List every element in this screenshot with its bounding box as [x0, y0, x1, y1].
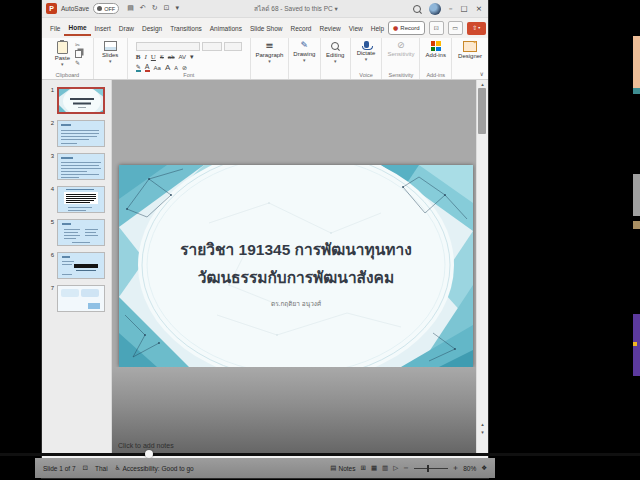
redo-icon[interactable]: ↻ [152, 5, 158, 12]
shrink-font-button[interactable]: A [174, 65, 178, 71]
slide-thumbnail-4[interactable] [57, 186, 105, 213]
character-spacing-button[interactable]: AV [179, 54, 187, 60]
paste-dropdown-icon: ▾ [61, 62, 64, 67]
customize-toolbar-icon[interactable]: ▾ [175, 5, 179, 12]
document-title[interactable]: สไลด์ 68 - Saved to this PC ▾ [183, 4, 409, 14]
background-fragment-tan [633, 221, 640, 229]
copy-icon[interactable] [75, 50, 82, 58]
bold-button[interactable]: B [136, 53, 141, 61]
current-slide-canvas[interactable]: รายวิชา 191345 การพัฒนาทุนทาง วัฒนธรรมกั… [119, 165, 473, 367]
accessibility-status[interactable]: ♿ Accessibility: Good to go [115, 465, 194, 472]
tab-view[interactable]: View [345, 22, 367, 35]
zoom-slider-thumb[interactable] [427, 465, 429, 472]
slide-title-line2[interactable]: วัฒนธรรมกับการพัฒนาสังคม [119, 265, 473, 290]
font-name-box[interactable] [136, 42, 200, 51]
font-size-box[interactable] [202, 42, 222, 51]
tab-draw[interactable]: Draw [115, 22, 138, 35]
fit-to-window-button[interactable]: ❖ [481, 465, 487, 472]
screen-record-icon[interactable]: ⊡ [164, 5, 170, 12]
change-case-button[interactable]: Aa [154, 65, 161, 71]
maximize-button[interactable]: □ [461, 5, 468, 13]
normal-view-button[interactable]: ⊞ [360, 465, 365, 472]
addins-label: Add-ins [426, 52, 446, 58]
editing-button[interactable]: Editing ▾ [324, 40, 346, 65]
paste-button[interactable]: Paste ▾ [53, 40, 72, 68]
slide-thumbnail-2[interactable] [57, 120, 105, 147]
tab-animations[interactable]: Animations [206, 22, 246, 35]
slide-sorter-view-button[interactable]: ▦ [371, 465, 377, 472]
notes-toggle[interactable]: ▤ Notes [330, 465, 355, 472]
zoom-in-button[interactable]: + [453, 465, 458, 472]
collapse-ribbon-icon[interactable]: ∨ [480, 71, 484, 77]
record-button[interactable]: ● Record [388, 21, 425, 35]
dictate-button[interactable]: Dictate ▾ [355, 40, 378, 63]
search-icon[interactable] [413, 5, 421, 13]
slide-thumbnail-1[interactable] [57, 87, 105, 114]
splitter-handle[interactable] [145, 450, 153, 458]
save-icon[interactable]: ▤ [127, 5, 134, 12]
notes-pane[interactable]: Click to add notes [112, 367, 488, 453]
strikethrough-button[interactable]: S [160, 53, 164, 61]
slide-subtitle[interactable]: ดร.กฤติยา อนุวงศ์ [119, 299, 473, 309]
tab-review[interactable]: Review [315, 22, 344, 35]
share-button[interactable]: ⇧ ▾ [467, 22, 486, 35]
autosave-toggle[interactable]: OFF [93, 3, 119, 14]
slide-thumbnail-5[interactable] [57, 219, 105, 246]
font-color-button[interactable]: A [145, 63, 150, 72]
sensitivity-button: ⊘ Sensitivity [385, 40, 416, 58]
zoom-slider[interactable] [414, 468, 448, 469]
notes-splitter[interactable] [0, 453, 640, 456]
scrollbar-thumb[interactable] [478, 88, 486, 134]
close-button[interactable]: × [476, 5, 482, 13]
slide-show-button[interactable]: ▷ [393, 465, 398, 472]
highlight-color-button[interactable]: ✎ [136, 64, 141, 72]
new-slide-icon [104, 41, 117, 51]
tab-transitions[interactable]: Transitions [166, 22, 206, 35]
underline-button[interactable]: U [151, 53, 156, 61]
drawing-button[interactable]: ✎ Drawing ▾ [291, 40, 317, 64]
clear-formatting-icon[interactable]: ⊘ [182, 65, 187, 71]
zoom-level[interactable]: 80% [463, 465, 476, 472]
comments-icon: ▭ [452, 25, 458, 31]
notes-placeholder[interactable]: Click to add notes [118, 442, 174, 449]
slides-button[interactable]: Slides ▾ [100, 40, 120, 65]
font-group: B I U S ab AV ▾ ✎ A Aa A A ⊘ Font [128, 38, 251, 79]
designer-button[interactable]: Designer [456, 40, 484, 60]
tab-record[interactable]: Record [286, 22, 315, 35]
account-avatar[interactable] [429, 3, 441, 15]
paragraph-button[interactable]: ≡ Paragraph ▾ [253, 40, 285, 65]
tab-help[interactable]: Help [367, 22, 388, 35]
font-grow-shrink-box[interactable] [224, 42, 242, 51]
next-slide-button[interactable]: ▾ [477, 430, 488, 435]
slide-editing-area: รายวิชา 191345 การพัฒนาทุนทาง วัฒนธรรมกั… [112, 80, 488, 453]
slide-title-line1[interactable]: รายวิชา 191345 การพัฒนาทุนทาง [119, 237, 473, 262]
slide-thumbnail-3[interactable] [57, 153, 105, 180]
format-painter-icon[interactable]: ✎ [75, 60, 82, 66]
tab-home[interactable]: Home [64, 21, 90, 36]
present-button[interactable]: ⊡ [429, 21, 444, 35]
minimize-button[interactable]: – [449, 5, 453, 13]
background-fragment-peach [633, 36, 640, 88]
tab-file[interactable]: File [46, 22, 64, 35]
text-shadow-button[interactable]: ab [168, 54, 175, 60]
tab-insert[interactable]: Insert [91, 22, 115, 35]
scroll-up-icon[interactable]: ▴ [477, 82, 488, 87]
vertical-scrollbar[interactable]: ▴ ▴ ▾ [476, 80, 488, 453]
undo-icon[interactable]: ↶ [140, 5, 146, 12]
previous-slide-button[interactable]: ▴ [477, 422, 488, 427]
reading-view-button[interactable]: ▥ [382, 465, 388, 472]
addins-group-label: Add-ins [420, 72, 451, 78]
tab-design[interactable]: Design [138, 22, 166, 35]
language-indicator[interactable]: Thai [95, 465, 108, 472]
italic-button[interactable]: I [145, 53, 147, 61]
tab-slide-show[interactable]: Slide Show [246, 22, 287, 35]
slide-thumbnail-7[interactable] [57, 285, 105, 312]
statusbar-right: ▤ Notes ⊞ ▦ ▥ ▷ − + 80% ❖ [330, 465, 487, 472]
addins-button[interactable]: Add-ins [424, 40, 448, 59]
slide-thumbnail-6[interactable] [57, 252, 105, 279]
comments-button[interactable]: ▭ [448, 21, 463, 35]
grow-font-button[interactable]: A [165, 63, 170, 72]
display-settings-icon[interactable]: ⊡ [83, 465, 88, 472]
zoom-out-button[interactable]: − [403, 465, 408, 472]
cut-icon[interactable]: ✂ [75, 42, 82, 48]
